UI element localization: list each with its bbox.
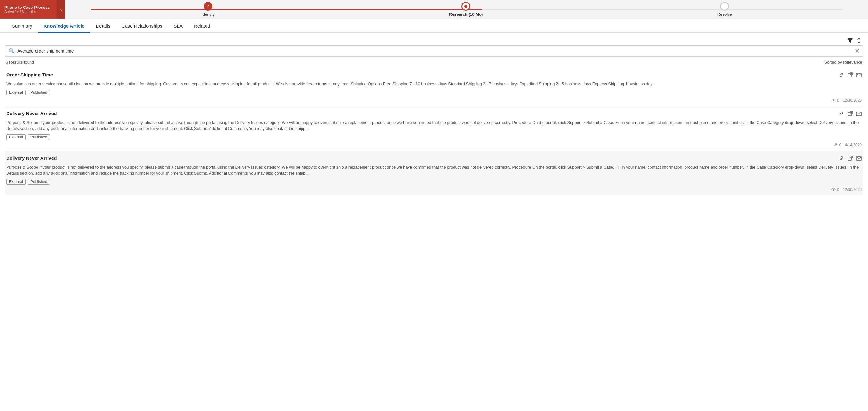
process-step-research[interactable]: Research (16 Mo): [449, 2, 483, 17]
article-2-tag-published: Published: [28, 134, 50, 140]
process-step-resolve[interactable]: Resolve: [717, 2, 732, 17]
tab-sla[interactable]: SLA: [168, 19, 188, 33]
tab-details[interactable]: Details: [90, 19, 116, 33]
tab-case-relationships[interactable]: Case Relationships: [116, 19, 168, 33]
article-1-header: Order Shipping Time: [6, 72, 862, 79]
article-card-2: Delivery Never Arrived: [5, 106, 863, 151]
link-icon-2: [838, 111, 844, 116]
views-icon-2: 👁: [834, 142, 838, 147]
results-count: 6 Results found: [6, 60, 34, 65]
step-circle-research: [461, 2, 470, 11]
search-icon: 🔍: [8, 48, 15, 54]
step-label-research: Research (16 Mo): [449, 12, 483, 17]
link-icon-3: [838, 155, 844, 161]
article-2-email-button[interactable]: [856, 111, 862, 117]
article-3-email-button[interactable]: [856, 155, 862, 162]
filter-button[interactable]: [847, 38, 853, 43]
search-bar: 🔍 ✕: [5, 45, 863, 57]
results-sort: Sorted by Relevance: [824, 60, 862, 65]
article-2-separator: ·: [842, 143, 843, 147]
article-1-body: We value customer service above all else…: [6, 81, 862, 87]
article-1-email-button[interactable]: [856, 72, 862, 79]
views-icon-1: 👁: [832, 98, 836, 103]
tab-knowledge-article[interactable]: Knowledge Article: [38, 19, 90, 33]
process-subtitle: Active for 16 months: [4, 10, 52, 13]
article-2-link-button[interactable]: [838, 111, 844, 117]
svg-marker-0: [847, 38, 852, 43]
article-2-open-button[interactable]: [847, 111, 853, 117]
article-3-tag-published: Published: [28, 179, 50, 184]
step-circle-identify: ✓: [204, 2, 212, 11]
email-icon-2: [856, 111, 862, 116]
email-icon-3: [856, 155, 862, 161]
article-2-footer: 👁 0 · 4/14/2020: [6, 142, 862, 147]
article-3-header: Delivery Never Arrived: [6, 155, 862, 162]
open-icon-3: [847, 155, 853, 161]
article-card-3: Delivery Never Arrived: [5, 151, 863, 195]
article-2-title: Delivery Never Arrived: [6, 111, 57, 116]
article-2-header: Delivery Never Arrived: [6, 111, 862, 117]
article-3-tags: External Published: [6, 179, 862, 184]
step-label-resolve: Resolve: [717, 12, 732, 17]
article-1-date: 12/30/2020: [843, 98, 862, 103]
article-1-separator: ·: [841, 98, 842, 103]
article-2-tag-external: External: [6, 134, 26, 140]
article-3-date: 12/30/2020: [843, 187, 862, 192]
article-3-body: Purpose & Scope If your product is not d…: [6, 164, 862, 176]
views-icon-3: 👁: [832, 187, 836, 192]
filter-icon: [847, 38, 853, 43]
process-collapse-button[interactable]: ‹: [57, 0, 65, 19]
article-card-1: Order Shipping Time: [5, 68, 863, 106]
process-line-fill: [91, 9, 483, 10]
toolbar-row: [5, 36, 863, 45]
article-2-tags: External Published: [6, 134, 862, 140]
article-1-tags: External Published: [6, 90, 862, 95]
process-step-identify[interactable]: ✓ Identify: [202, 2, 215, 17]
email-icon: [856, 72, 862, 78]
article-3-open-button[interactable]: [847, 155, 853, 162]
main-content: 🔍 ✕ 6 Results found Sorted by Relevance …: [0, 33, 868, 198]
search-input[interactable]: [17, 48, 855, 54]
process-title-block: Phone to Case Process Active for 16 mont…: [0, 0, 57, 19]
step-circle-resolve: [720, 2, 729, 11]
article-1-link-button[interactable]: [838, 72, 844, 79]
article-2-actions: [838, 111, 862, 117]
article-1-open-button[interactable]: [847, 72, 853, 79]
article-2-body: Purpose & Scope If your product is not d…: [6, 119, 862, 132]
process-steps: ✓ Identify Research (16 Mo) Resolve: [65, 2, 868, 17]
process-bar: Phone to Case Process Active for 16 mont…: [0, 0, 868, 19]
results-row: 6 Results found Sorted by Relevance: [5, 60, 863, 65]
tab-summary[interactable]: Summary: [6, 19, 38, 33]
article-3-actions: [838, 155, 862, 162]
tab-related[interactable]: Related: [188, 19, 216, 33]
open-icon: [847, 72, 853, 78]
open-icon-2: [847, 111, 853, 116]
article-1-tag-external: External: [6, 90, 26, 95]
article-2-views: 0: [839, 143, 842, 147]
article-3-title: Delivery Never Arrived: [6, 155, 57, 161]
link-icon: [838, 72, 844, 78]
article-3-separator: ·: [841, 187, 842, 192]
article-3-footer: 👁 0 · 12/30/2020: [6, 187, 862, 192]
article-3-tag-external: External: [6, 179, 26, 184]
article-3-views: 0: [837, 187, 839, 192]
sort-icon: [856, 38, 862, 43]
article-3-link-button[interactable]: [838, 155, 844, 162]
article-1-tag-published: Published: [28, 90, 50, 95]
article-1-footer: 👁 0 · 12/30/2020: [6, 98, 862, 103]
search-clear-button[interactable]: ✕: [855, 47, 860, 55]
sort-button[interactable]: [856, 38, 862, 43]
tabs-bar: Summary Knowledge Article Details Case R…: [0, 19, 868, 33]
article-1-actions: [838, 72, 862, 79]
article-1-views: 0: [837, 98, 839, 103]
process-title: Phone to Case Process: [4, 5, 52, 10]
article-1-title: Order Shipping Time: [6, 72, 53, 77]
article-2-date: 4/14/2020: [845, 143, 862, 147]
step-label-identify: Identify: [202, 12, 215, 17]
